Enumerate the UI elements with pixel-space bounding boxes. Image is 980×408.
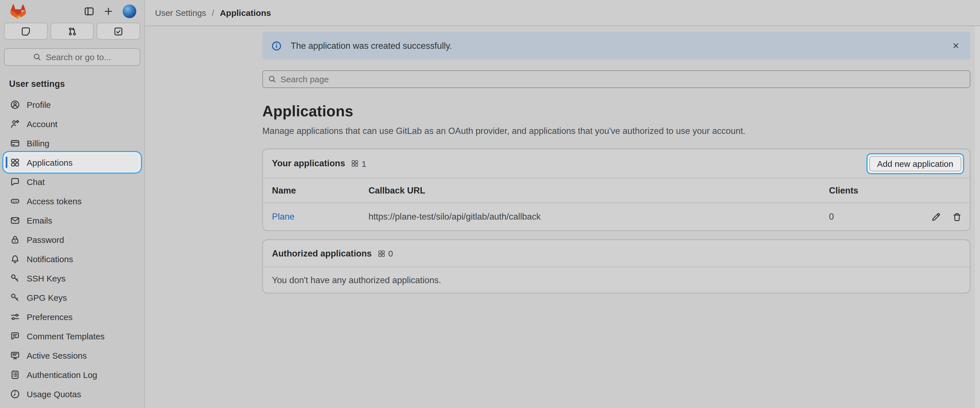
trash-icon [952, 212, 962, 222]
delete-application-button[interactable] [952, 212, 962, 222]
content-container: The application was created successfully… [262, 32, 970, 294]
search-icon [268, 75, 277, 83]
sidebar-item-gpg-keys[interactable]: GPG Keys [5, 288, 140, 306]
breadcrumb-user-settings[interactable]: User Settings [155, 8, 206, 17]
envelope-icon [10, 215, 20, 225]
breadcrumb-current: Applications [220, 8, 271, 17]
lock-icon [10, 235, 20, 244]
sidebar-item-authentication-log[interactable]: Authentication Log [5, 365, 140, 384]
key-icon [10, 292, 20, 302]
application-callback-url: https://plane-test/silo/api/gitlab/auth/… [369, 212, 829, 222]
bell-icon [10, 254, 20, 264]
info-alert: The application was created successfully… [262, 32, 970, 60]
pinned-shortcuts [4, 23, 140, 40]
sidebar-section-title: User settings [9, 79, 135, 89]
info-circle-icon [271, 41, 282, 51]
issues-shortcut-button[interactable] [4, 23, 48, 40]
application-row: Plane https://plane-test/silo/api/gitlab… [263, 203, 970, 230]
application-clients-count: 0 [829, 212, 919, 222]
gitlab-app: Search or go to... User settings Profile… [0, 0, 980, 408]
application-row-actions [919, 212, 962, 222]
monitor-icon [10, 351, 20, 360]
sidebar-item-access-tokens[interactable]: Access tokens [5, 192, 140, 210]
application-name-link[interactable]: Plane [272, 212, 294, 221]
issues-icon [21, 26, 31, 36]
todo-check-icon [113, 26, 123, 36]
profile-icon [10, 100, 20, 109]
sidebar-search-placeholder: Search or go to... [46, 52, 111, 62]
add-application-focus-ring: Add new application [866, 153, 964, 174]
chat-bubble-icon [10, 177, 20, 186]
applications-grid-icon [10, 157, 20, 167]
authorized-applications-title: Authorized applications [272, 248, 372, 259]
comment-lines-icon [10, 331, 20, 341]
gitlab-logo-icon [10, 4, 26, 19]
your-applications-count: 1 [362, 159, 366, 168]
authorized-applications-empty-state: You don't have any authorized applicatio… [263, 267, 970, 293]
vertical-scrollbar[interactable] [975, 26, 980, 408]
sidebar: Search or go to... User settings Profile… [0, 0, 145, 408]
page-description: Manage applications that can use GitLab … [262, 126, 970, 136]
your-applications-title: Your applications [272, 158, 345, 168]
user-settings-nav: Profile Account Billing A [0, 93, 144, 403]
applications-grid-icon [351, 159, 359, 167]
add-new-application-button[interactable]: Add new application [869, 156, 961, 171]
authorized-applications-count: 0 [388, 249, 393, 258]
applications-table-header: Name Callback URL Clients [263, 178, 970, 203]
column-header-clients: Clients [829, 185, 919, 195]
log-list-icon [10, 370, 20, 379]
authorized-applications-card: Authorized applications 0 You don't have… [262, 240, 970, 294]
sidebar-item-chat[interactable]: Chat [5, 173, 140, 191]
page-search-input[interactable] [280, 74, 965, 84]
sidebar-item-preferences[interactable]: Preferences [5, 308, 140, 326]
sidebar-toggle-icon[interactable] [84, 6, 94, 16]
page-search-field [262, 70, 970, 88]
main-area: User Settings / Applications The applica… [145, 0, 980, 408]
breadcrumb-separator: / [212, 8, 214, 17]
edit-application-button[interactable] [931, 212, 941, 222]
sidebar-item-active-sessions[interactable]: Active Sessions [5, 346, 140, 364]
column-header-callback-url: Callback URL [369, 185, 829, 195]
sidebar-item-password[interactable]: Password [5, 230, 140, 249]
account-icon [10, 119, 20, 129]
todo-list-shortcut-button[interactable] [97, 23, 140, 40]
token-pill-icon [10, 196, 20, 206]
merge-requests-shortcut-button[interactable] [50, 23, 94, 40]
sidebar-item-emails[interactable]: Emails [5, 211, 140, 229]
sidebar-item-notifications[interactable]: Notifications [5, 250, 140, 268]
sidebar-item-profile[interactable]: Profile [5, 95, 140, 113]
merge-request-icon [67, 26, 77, 36]
sidebar-search[interactable]: Search or go to... [4, 48, 140, 66]
sidebar-item-ssh-keys[interactable]: SSH Keys [5, 269, 140, 287]
sidebar-item-account[interactable]: Account [5, 114, 140, 133]
credit-card-icon [10, 138, 20, 148]
sidebar-item-comment-templates[interactable]: Comment Templates [5, 327, 140, 345]
user-avatar[interactable] [123, 5, 136, 18]
sidebar-header [0, 0, 144, 23]
column-header-name: Name [272, 185, 369, 195]
gauge-icon [10, 389, 20, 398]
authorized-applications-header: Authorized applications 0 [263, 240, 970, 267]
alert-dismiss-button[interactable] [948, 38, 964, 54]
key-icon [10, 273, 20, 283]
applications-grid-icon [377, 249, 385, 257]
sidebar-item-applications[interactable]: Applications [5, 153, 140, 171]
your-applications-card: Your applications 1 Add new application … [262, 149, 970, 231]
close-icon [951, 41, 960, 50]
sliders-icon [10, 312, 20, 321]
create-new-plus-icon[interactable] [103, 6, 113, 16]
alert-message: The application was created successfully… [291, 41, 452, 51]
your-applications-header: Your applications 1 Add new application [263, 149, 970, 178]
sidebar-item-usage-quotas[interactable]: Usage Quotas [5, 385, 140, 403]
page-title: Applications [262, 103, 970, 120]
search-icon [33, 53, 42, 61]
sidebar-item-billing[interactable]: Billing [5, 134, 140, 152]
breadcrumb-bar: User Settings / Applications [145, 0, 980, 26]
pencil-icon [931, 212, 941, 222]
